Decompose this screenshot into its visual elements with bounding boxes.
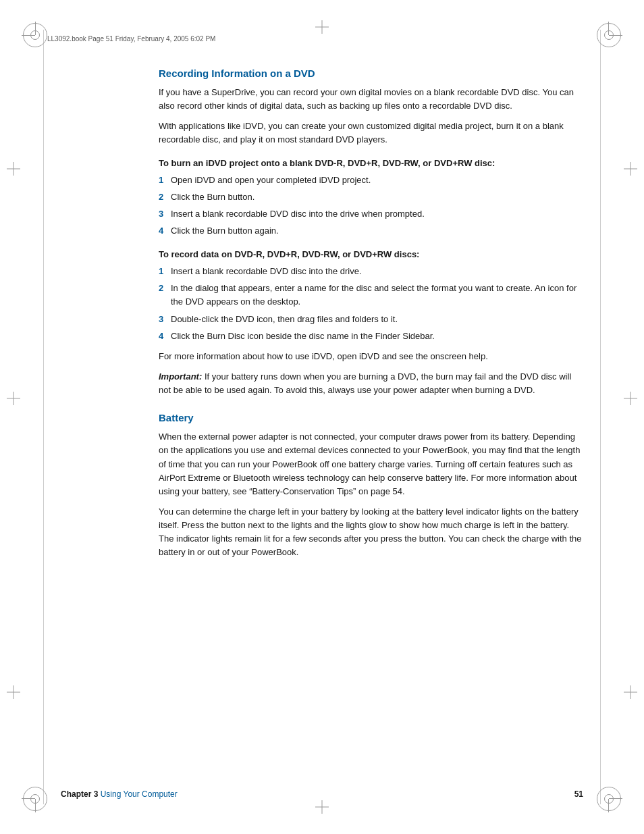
- record-step-1: 1 Insert a blank recordable DVD disc int…: [159, 265, 583, 278]
- record-step-4-text: Click the Burn Disc icon beside the disc…: [171, 330, 583, 343]
- record-step-3-num: 3: [159, 313, 171, 326]
- idvd-step-1-num: 1: [159, 174, 171, 187]
- idvd-step-3: 3 Insert a blank recordable DVD disc int…: [159, 207, 583, 221]
- idvd-step-2-num: 2: [159, 190, 171, 204]
- side-mark-right-top: [624, 162, 637, 176]
- side-mark-left-top: [7, 162, 20, 176]
- record-step-2-num: 2: [159, 282, 171, 295]
- chapter-label: Chapter 3: [61, 789, 98, 799]
- side-mark-right-mid: [624, 392, 637, 405]
- footer-left: Chapter 3 Using Your Computer: [61, 789, 178, 799]
- corner-mark-bottom-right: [597, 787, 637, 827]
- record-step-1-num: 1: [159, 265, 171, 278]
- footer-page-number: 51: [574, 789, 583, 799]
- corner-mark-top-left: [7, 7, 47, 47]
- idvd-step-1-text: Open iDVD and open your completed iDVD p…: [171, 174, 583, 187]
- dvd-section-title: Recording Information on a DVD: [159, 68, 583, 79]
- idvd-step-4-num: 4: [159, 224, 171, 238]
- record-heading: To record data on DVD-R, DVD+R, DVD-RW, …: [159, 248, 583, 261]
- corner-mark-bottom-left: [7, 787, 47, 827]
- dvd-intro-paragraph2: With applications like iDVD, you can cre…: [159, 120, 583, 147]
- record-step-4-num: 4: [159, 330, 171, 343]
- footer: Chapter 3 Using Your Computer 51: [61, 789, 583, 799]
- record-step-3: 3 Double-click the DVD icon, then drag f…: [159, 313, 583, 326]
- dvd-more-info: For more information about how to use iD…: [159, 350, 583, 363]
- side-mark-right-bot: [624, 685, 637, 699]
- footer-chapter-title: Using Your Computer: [101, 789, 178, 799]
- idvd-steps-list: 1 Open iDVD and open your completed iDVD…: [159, 174, 583, 238]
- important-body: If your battery runs down when you are b…: [159, 371, 571, 395]
- dvd-important: Important: If your battery runs down whe…: [159, 370, 583, 397]
- record-step-1-text: Insert a blank recordable DVD disc into …: [171, 265, 583, 278]
- record-steps-list: 1 Insert a blank recordable DVD disc int…: [159, 265, 583, 343]
- corner-mark-top-right: [597, 7, 637, 47]
- idvd-step-2-text: Click the Burn button.: [171, 190, 583, 204]
- battery-section: Battery When the external power adapter …: [159, 412, 583, 559]
- idvd-step-3-num: 3: [159, 207, 171, 221]
- dvd-section: Recording Information on a DVD If you ha…: [159, 68, 583, 397]
- right-border-line: [600, 30, 601, 804]
- idvd-step-4: 4 Click the Burn button again.: [159, 224, 583, 238]
- side-mark-left-mid: [7, 392, 20, 405]
- idvd-step-2: 2 Click the Burn button.: [159, 190, 583, 204]
- side-mark-left-bot: [7, 685, 20, 699]
- top-center-mark: [315, 20, 329, 34]
- idvd-step-4-text: Click the Burn button again.: [171, 224, 583, 238]
- idvd-step-1: 1 Open iDVD and open your completed iDVD…: [159, 174, 583, 187]
- page: LL3092.book Page 51 Friday, February 4, …: [0, 0, 644, 834]
- battery-section-title: Battery: [159, 412, 583, 423]
- dvd-intro-paragraph1: If you have a SuperDrive, you can record…: [159, 86, 583, 113]
- record-step-2-text: In the dialog that appears, enter a name…: [171, 282, 583, 309]
- idvd-heading: To burn an iDVD project onto a blank DVD…: [159, 157, 583, 170]
- record-step-3-text: Double-click the DVD icon, then drag fil…: [171, 313, 583, 326]
- left-border-line: [43, 30, 44, 804]
- record-step-2: 2 In the dialog that appears, enter a na…: [159, 282, 583, 309]
- main-content: Recording Information on a DVD If you ha…: [159, 68, 583, 766]
- file-info: LL3092.book Page 51 Friday, February 4, …: [47, 35, 215, 43]
- battery-paragraph2: You can determine the charge left in you…: [159, 505, 583, 560]
- important-label: Important:: [159, 371, 202, 382]
- bottom-center-mark: [315, 800, 329, 814]
- idvd-step-3-text: Insert a blank recordable DVD disc into …: [171, 207, 583, 221]
- battery-paragraph1: When the external power adapter is not c…: [159, 430, 583, 498]
- record-step-4: 4 Click the Burn Disc icon beside the di…: [159, 330, 583, 343]
